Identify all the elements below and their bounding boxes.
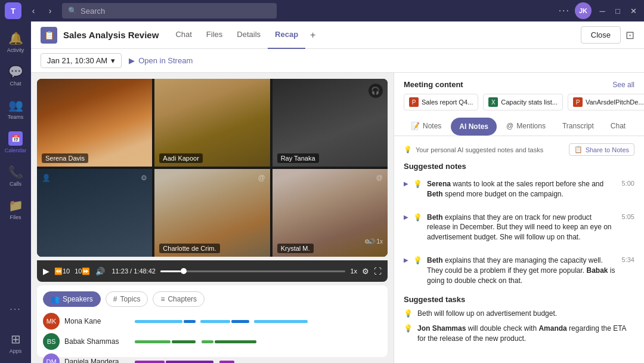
tab-topics[interactable]: # Topics: [106, 291, 148, 307]
close-button[interactable]: ✕: [627, 5, 639, 17]
file-chip-vanardsel[interactable]: P VanArsdelPitchDe...: [568, 94, 644, 110]
time-display: 11:23 / 1:48:42: [112, 267, 156, 275]
sidebar-label-calendar: Calendar: [5, 147, 27, 153]
back-button[interactable]: ‹: [26, 4, 41, 18]
forward-button[interactable]: ›: [43, 4, 57, 18]
progress-fill: [160, 270, 181, 272]
babak-name: Babak Shammas: [64, 337, 130, 346]
progress-bar[interactable]: [160, 270, 345, 272]
close-meeting-button[interactable]: Close: [581, 26, 621, 44]
bar: [135, 340, 171, 343]
video-cell-ray: 🎧 Ray Tanaka: [273, 79, 388, 167]
tab-transcript[interactable]: Transcript: [555, 118, 601, 136]
sidebar-item-more[interactable]: ···: [2, 294, 29, 325]
bar: [200, 320, 230, 323]
bar: [231, 320, 249, 323]
meeting-content-header: Meeting content See all: [394, 73, 644, 94]
title-bar: T ‹ › 🔍 ··· JK ─ □ ✕: [0, 0, 644, 21]
add-tab-button[interactable]: +: [305, 30, 320, 41]
speed-label[interactable]: 1x: [350, 267, 357, 275]
date-selector[interactable]: Jan 21, 10:30 AM ▾: [41, 53, 122, 68]
bar: [215, 340, 256, 343]
daniela-bars: [135, 361, 382, 364]
main-area: 📋 Sales Analysis Review Chat Files Detai…: [31, 21, 644, 363]
video-cell-bottom1: ⚙ 👤: [37, 169, 152, 257]
task-item-1: 💡 Beth will follow up on advertisement b…: [404, 309, 634, 319]
apps-icon: ⊞: [11, 332, 21, 346]
note-arrow-2: ▶: [404, 214, 408, 220]
sidebar-item-teams[interactable]: 👥 Teams: [2, 93, 29, 124]
sidebar-item-apps[interactable]: ⊞ Apps: [2, 327, 29, 358]
mentions-tab-icon: @: [506, 122, 513, 130]
file-chip-capacity[interactable]: X Capacity stats list...: [483, 94, 563, 110]
fullscreen-icon[interactable]: ⛶: [374, 267, 382, 276]
babak-avatar: BS: [43, 333, 60, 350]
search-input[interactable]: [80, 7, 271, 16]
calls-icon: 📞: [8, 165, 23, 179]
user-avatar[interactable]: JK: [575, 2, 592, 19]
sidebar-label-teams: Teams: [8, 114, 24, 120]
ray-name: Ray Tanaka: [277, 153, 319, 163]
see-all-button[interactable]: See all: [612, 81, 634, 89]
minimize-button[interactable]: ─: [596, 5, 608, 17]
sidebar-label-apps: Apps: [10, 348, 22, 354]
forward-icon[interactable]: 10⏩: [75, 267, 90, 275]
sidebar-item-files[interactable]: 📁 Files: [2, 193, 29, 224]
speakers-tabs: 👥 Speakers # Topics ≡ Chapters: [43, 291, 382, 307]
search-bar[interactable]: 🔍: [62, 3, 277, 19]
sidebar-item-chat[interactable]: 💬 Chat: [2, 60, 29, 91]
note-item-1: ▶ 💡 Serena wants to look at the sales re…: [404, 176, 634, 203]
tab-details[interactable]: Details: [230, 21, 268, 49]
sidebar-item-activity[interactable]: 🔔 Activity: [2, 26, 29, 57]
suggested-notes-title: Suggested notes: [404, 162, 634, 171]
teams-icon: 👥: [8, 98, 23, 112]
bar-gap: [197, 320, 199, 323]
settings-icon[interactable]: ⚙: [362, 267, 369, 276]
tab-recap[interactable]: Recap: [268, 21, 305, 49]
search-icon: 🔍: [68, 7, 77, 15]
more-options[interactable]: ···: [559, 5, 570, 16]
notes-tab-icon: 📝: [411, 122, 420, 130]
file-name-sales: Sales report Q4...: [422, 99, 473, 106]
tab-chat[interactable]: Chat: [168, 21, 199, 49]
note-arrow-1: ▶: [404, 180, 408, 187]
play-icon[interactable]: ▶: [43, 266, 49, 276]
app-sidebar: 🔔 Activity 💬 Chat 👥 Teams 📅 Calendar 📞 C…: [0, 21, 31, 363]
tab-speakers[interactable]: 👥 Speakers: [43, 291, 101, 307]
task-text-1: Beth will follow up on advertisement bud…: [417, 309, 557, 319]
bar-gap: [215, 361, 218, 364]
babak-bars: [135, 340, 382, 343]
tab-chat-panel[interactable]: Chat: [603, 118, 633, 136]
open-stream-button[interactable]: ▶ Open in Stream: [129, 56, 193, 65]
note-time-3: 5:34: [622, 256, 634, 263]
file-name-capacity: Capacity stats list...: [501, 99, 558, 106]
ai-hint-text: Your personal AI suggested notes and tas…: [416, 146, 543, 153]
bar: [135, 320, 182, 323]
rewind-icon[interactable]: ⏪10: [54, 267, 70, 275]
share-notes-button[interactable]: 📋 Share to Notes: [569, 143, 634, 156]
ai-notes-hint: 💡 Your personal AI suggested notes and t…: [404, 143, 634, 156]
volume-icon[interactable]: 🔊: [95, 267, 105, 276]
note-arrow-3: ▶: [404, 257, 408, 263]
mona-avatar: MK: [43, 313, 60, 330]
sidebar-item-calls[interactable]: 📞 Calls: [2, 160, 29, 191]
tab-files[interactable]: Files: [199, 21, 230, 49]
maximize-button[interactable]: □: [612, 5, 624, 17]
progress-dot: [181, 268, 187, 274]
file-chip-sales[interactable]: P Sales report Q4...: [404, 94, 478, 110]
title-bar-right: ··· JK ─ □ ✕: [559, 2, 639, 19]
speaker-row-daniela: DM Daniela Mandera: [43, 353, 382, 363]
tab-notes[interactable]: 📝 Notes: [404, 118, 448, 136]
meeting-more-actions[interactable]: ⊡: [626, 29, 634, 42]
task-bulb-1: 💡: [404, 309, 413, 318]
ppt-icon: P: [409, 97, 419, 107]
tab-mentions[interactable]: @ Mentions: [499, 118, 553, 136]
video-controls: ▶ ⏪10 10⏩ 🔊 11:23 / 1:48:42 1x ⚙ ⛶: [37, 260, 388, 282]
note-item-3: ▶ 💡 Beth explains that they are managing…: [404, 252, 634, 289]
tab-ai-notes[interactable]: AI Notes: [451, 118, 497, 136]
video-cell-serena: Serena Davis: [37, 79, 152, 167]
sidebar-item-calendar[interactable]: 📅 Calendar: [2, 127, 29, 158]
tab-chapters[interactable]: ≡ Chapters: [153, 291, 205, 307]
daniela-avatar: DM: [43, 353, 60, 363]
note-time-1: 5:00: [622, 180, 634, 187]
